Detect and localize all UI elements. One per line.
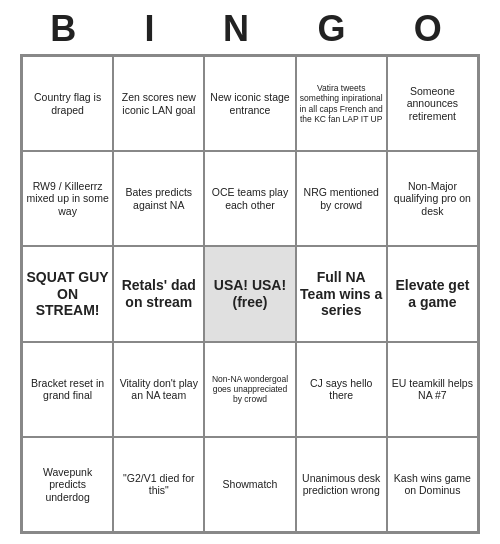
title-o: O — [414, 8, 450, 50]
cell-r5c4: Unanimous desk prediction wrong — [296, 437, 387, 532]
cell-r3c5: Elevate get a game — [387, 246, 478, 341]
cell-r1c2: Zen scores new iconic LAN goal — [113, 56, 204, 151]
cell-r1c4: Vatira tweets something inpirational in … — [296, 56, 387, 151]
cell-r4c4: CJ says hello there — [296, 342, 387, 437]
title-n: N — [223, 8, 257, 50]
title-i: I — [145, 8, 163, 50]
cell-r5c2: "G2/V1 died for this" — [113, 437, 204, 532]
cell-r5c3: Showmatch — [204, 437, 295, 532]
cell-r3c1: SQUAT GUY ON STREAM! — [22, 246, 113, 341]
title-g: G — [317, 8, 353, 50]
cell-r3c3: USA! USA! (free) — [204, 246, 295, 341]
cell-r4c1: Bracket reset in grand final — [22, 342, 113, 437]
cell-r5c5: Kash wins game on Dominus — [387, 437, 478, 532]
cell-r5c1: Wavepunk predicts underdog — [22, 437, 113, 532]
cell-r2c1: RW9 / Killeerrz mixed up in some way — [22, 151, 113, 246]
bingo-title: B I N G O — [20, 0, 480, 54]
cell-r2c5: Non-Major qualifying pro on desk — [387, 151, 478, 246]
cell-r4c3: Non-NA wondergoal goes unappreciated by … — [204, 342, 295, 437]
cell-r1c1: Country flag is draped — [22, 56, 113, 151]
cell-r1c5: Someone announces retirement — [387, 56, 478, 151]
cell-r4c2: Vitality don't play an NA team — [113, 342, 204, 437]
cell-r4c5: EU teamkill helps NA #7 — [387, 342, 478, 437]
cell-r1c3: New iconic stage entrance — [204, 56, 295, 151]
bingo-grid: Country flag is drapedZen scores new ico… — [20, 54, 480, 534]
cell-r2c4: NRG mentioned by crowd — [296, 151, 387, 246]
title-b: B — [50, 8, 84, 50]
cell-r3c2: Retals' dad on stream — [113, 246, 204, 341]
cell-r2c3: OCE teams play each other — [204, 151, 295, 246]
cell-r2c2: Bates predicts against NA — [113, 151, 204, 246]
cell-r3c4: Full NA Team wins a series — [296, 246, 387, 341]
